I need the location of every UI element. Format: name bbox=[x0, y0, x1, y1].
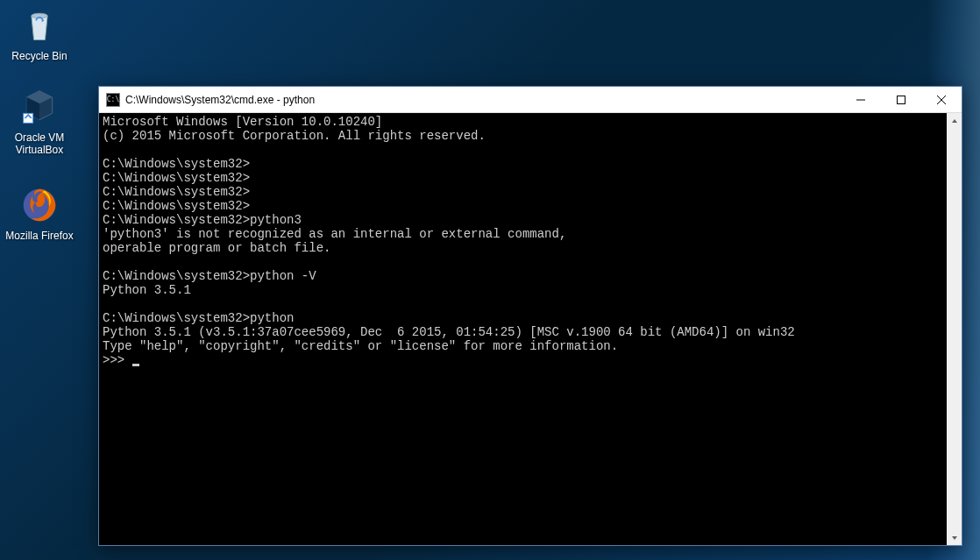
firefox-icon bbox=[18, 184, 60, 226]
desktop-icon-label: Recycle Bin bbox=[4, 50, 75, 62]
terminal-line: C:\Windows\system32>python bbox=[103, 311, 943, 325]
maximize-button[interactable] bbox=[881, 87, 921, 112]
terminal-line: Microsoft Windows [Version 10.0.10240] bbox=[103, 115, 943, 129]
desktop-icon-label: Oracle VM VirtualBox bbox=[4, 131, 75, 156]
terminal-line: C:\Windows\system32>python3 bbox=[103, 213, 943, 227]
terminal-line: Type "help", "copyright", "credits" or "… bbox=[103, 339, 943, 353]
scroll-down-button[interactable] bbox=[947, 530, 962, 545]
cmd-window: C:\ C:\Windows\System32\cmd.exe - python… bbox=[98, 86, 962, 546]
terminal-cursor bbox=[132, 364, 139, 366]
terminal-line: 'python3' is not recognized as an intern… bbox=[103, 227, 943, 241]
minimize-button[interactable] bbox=[841, 87, 881, 112]
terminal-line: >>> bbox=[103, 353, 943, 367]
terminal-line: operable program or batch file. bbox=[103, 241, 943, 255]
scrollbar-track[interactable] bbox=[947, 128, 962, 530]
terminal-line bbox=[103, 143, 943, 157]
svg-rect-4 bbox=[898, 96, 905, 103]
terminal-line: (c) 2015 Microsoft Corporation. All righ… bbox=[103, 129, 943, 143]
terminal-line: Python 3.5.1 bbox=[103, 283, 943, 297]
terminal-line: C:\Windows\system32>python -V bbox=[103, 269, 943, 283]
scrollbar[interactable] bbox=[947, 113, 962, 545]
terminal-line bbox=[103, 255, 943, 269]
window-controls bbox=[841, 87, 962, 112]
terminal-line: C:\Windows\system32> bbox=[103, 171, 943, 185]
terminal-line: C:\Windows\system32> bbox=[103, 157, 943, 171]
titlebar[interactable]: C:\ C:\Windows\System32\cmd.exe - python bbox=[99, 87, 962, 113]
desktop-icon-recycle-bin[interactable]: Recycle Bin bbox=[4, 4, 75, 62]
close-button[interactable] bbox=[921, 87, 962, 112]
recycle-bin-icon bbox=[18, 4, 60, 46]
desktop-icon-firefox[interactable]: Mozilla Firefox bbox=[4, 184, 75, 242]
virtualbox-icon bbox=[18, 86, 60, 128]
terminal-line: C:\Windows\system32> bbox=[103, 185, 943, 199]
desktop-icon-virtualbox[interactable]: Oracle VM VirtualBox bbox=[4, 86, 75, 156]
terminal-output[interactable]: Microsoft Windows [Version 10.0.10240](c… bbox=[99, 113, 947, 545]
terminal-line: Python 3.5.1 (v3.5.1:37a07cee5969, Dec 6… bbox=[103, 325, 943, 339]
window-title: C:\Windows\System32\cmd.exe - python bbox=[125, 94, 841, 106]
terminal-area: Microsoft Windows [Version 10.0.10240](c… bbox=[99, 113, 962, 545]
cmd-icon: C:\ bbox=[106, 93, 120, 107]
scroll-up-button[interactable] bbox=[947, 113, 962, 128]
terminal-line: C:\Windows\system32> bbox=[103, 199, 943, 213]
desktop-icon-label: Mozilla Firefox bbox=[4, 230, 75, 242]
terminal-line bbox=[103, 297, 943, 311]
